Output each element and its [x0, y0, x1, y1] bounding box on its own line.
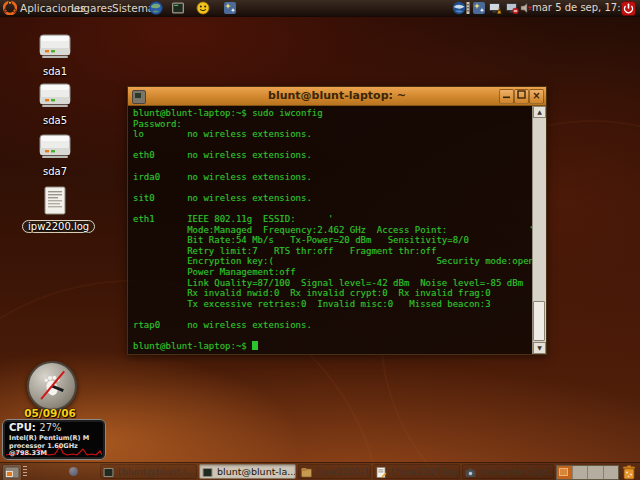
desktop-effects-tray-icon[interactable] [472, 1, 486, 15]
taskbar-button-terminal-2-active[interactable]: blunt@blunt-la... [199, 464, 296, 479]
scroll-up-arrow[interactable]: ▲ [533, 106, 546, 118]
desktop-icon-sda5[interactable]: sda5 [22, 82, 88, 128]
terminal-line [133, 330, 531, 341]
close-button[interactable]: × [529, 89, 544, 104]
workspace-3[interactable] [588, 466, 604, 479]
desktop-icon-label: sda1 [43, 66, 67, 77]
taskbar-button-screenshot-capture[interactable]: Iniciando Capt... [462, 464, 554, 479]
bottom-panel: [blunt@blunt-l... blunt@blunt-la... [ipw… [0, 462, 640, 480]
volume-muted-icon[interactable] [519, 1, 533, 15]
logout-power-icon[interactable] [621, 1, 636, 15]
terminal-line: sit0 no wireless extensions. [133, 193, 531, 204]
terminal-line: Encryption key:( Security mode:open [133, 256, 531, 267]
terminal-line [133, 140, 531, 151]
workspace-2[interactable] [573, 466, 589, 479]
top-panel: Aplicaciones Lugares Sistema [0, 0, 640, 17]
clock-date-label: 05/09/06 [14, 407, 86, 419]
terminal-line: Rx invalid nwid:0 Rx invalid crypt:0 Rx … [133, 288, 531, 299]
trash-icon[interactable] [621, 464, 637, 480]
scrollbar-thumb[interactable] [533, 301, 545, 341]
panel-clock[interactable]: mar 5 de sep, 17:23 [532, 2, 633, 13]
ubuntu-logo-icon[interactable] [3, 1, 17, 15]
cpu-monitor-widget[interactable]: CPU: 27% Intel(R) Pentium(R) M processor… [2, 419, 106, 460]
terminal-line: irda0 no wireless extensions. [133, 172, 531, 183]
show-desktop-button[interactable] [2, 464, 22, 480]
desktop-icon-sda1[interactable]: sda1 [22, 33, 88, 79]
terminal-output: blunt@blunt-laptop:~$ sudo iwconfig Pass… [133, 108, 531, 352]
desktop-icon-label: sda7 [43, 166, 67, 177]
desktop-icon-label: ipw2200.log [22, 220, 95, 233]
terminal-line: blunt@blunt-laptop:~$ sudo iwconfig [133, 108, 531, 119]
terminal-scrollbar[interactable]: ▲ ▼ [532, 106, 546, 354]
taskbar-button-editor-ipw2200-log[interactable]: [*ipw2200.log ... [373, 464, 460, 479]
taskbar-button-ipw2200-folder[interactable]: [ipw2200-1.1.... [298, 464, 371, 479]
terminal-title: blunt@blunt-laptop: ~ [128, 89, 546, 102]
update-notifier-warning-icon[interactable] [488, 1, 502, 15]
terminal-prompt-line: blunt@blunt-laptop:~$ [133, 341, 531, 352]
cpu-freq-line: @798.33M [9, 449, 47, 457]
terminal-line: eth0 no wireless extensions. [133, 150, 531, 161]
input-indicator-icon[interactable] [466, 1, 470, 15]
terminal-line: Mode:Managed Frequency:2.462 GHz Access … [133, 225, 531, 236]
workspace-switcher [556, 465, 619, 480]
workspace-1[interactable] [557, 466, 573, 479]
desktop-icon-label: sda5 [43, 115, 67, 126]
desktop-icon-sda7[interactable]: sda7 [22, 133, 88, 179]
analog-clock-widget[interactable] [27, 361, 77, 411]
terminal-launcher-icon[interactable] [171, 1, 185, 15]
terminal-line [133, 161, 531, 172]
minimize-button[interactable] [499, 89, 514, 104]
workspace-4[interactable] [604, 466, 619, 479]
terminal-line [133, 203, 531, 214]
scroll-down-arrow[interactable]: ▼ [533, 342, 546, 354]
terminal-window: blunt@blunt-laptop: ~ × blunt@blunt-lapt… [127, 86, 547, 355]
terminal-line: Password: [133, 119, 531, 130]
window-list-handle[interactable] [23, 466, 27, 478]
cpu-usage-label: CPU: 27% [9, 422, 62, 433]
desktop-icon-ipw2200-log[interactable]: ipw2200.log [22, 186, 88, 234]
faint-app-icon[interactable] [69, 467, 78, 476]
terminal-line: Retry limit:7 RTS thr:off Fragment thr:o… [133, 246, 531, 257]
terminal-line [133, 309, 531, 320]
terminal-content[interactable]: blunt@blunt-laptop:~$ sudo iwconfig Pass… [128, 106, 546, 354]
terminal-line [133, 182, 531, 193]
desktop-root: Aplicaciones Lugares Sistema [0, 0, 640, 480]
cpu-usage-value: 27% [39, 422, 61, 433]
messenger-smiley-icon[interactable] [196, 1, 210, 15]
desktop-effects-icon[interactable] [223, 1, 237, 15]
terminal-line: Tx excessive retries:0 Invalid misc:0 Mi… [133, 299, 531, 310]
taskbar-button-terminal-1[interactable]: [blunt@blunt-l... [100, 464, 197, 479]
menu-system[interactable]: Sistema [112, 2, 154, 15]
menu-places[interactable]: Lugares [71, 2, 112, 15]
terminal-line: eth1 IEEE 802.11g ESSID: ' [133, 214, 531, 225]
terminal-line: Bit Rate:54 Mb/s Tx-Power=20 dBm Sensiti… [133, 235, 531, 246]
terminal-titlebar[interactable]: blunt@blunt-laptop: ~ × [128, 87, 546, 106]
terminal-line: Link Quality=87/100 Signal level=-42 dBm… [133, 278, 531, 289]
terminal-line: Power Management:off [133, 267, 531, 278]
terminal-line: rtap0 no wireless extensions. [133, 320, 531, 331]
maximize-button[interactable] [514, 89, 529, 104]
browser-globe-icon[interactable] [149, 1, 163, 15]
network-offline-icon[interactable] [505, 1, 519, 15]
terminal-cursor [252, 341, 258, 350]
terminal-line: lo no wireless extensions. [133, 129, 531, 140]
google-earth-icon[interactable] [452, 1, 466, 15]
